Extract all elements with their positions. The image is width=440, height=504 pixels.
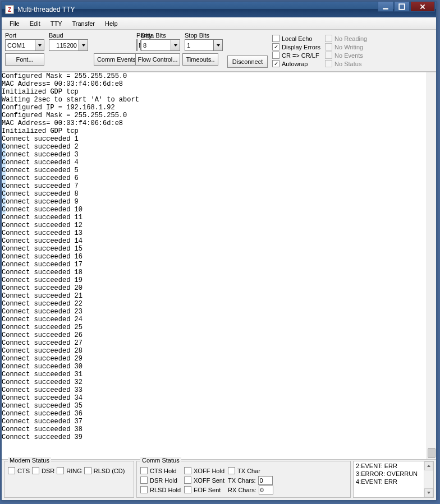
terminal-line: MAC Address= 00:03:f4:06:6d:e8 (2, 119, 427, 127)
terminal-line: Connect succeeded 12 (2, 221, 427, 229)
checkbox-icon (325, 35, 332, 42)
stopbits-select[interactable]: 1 (185, 39, 223, 51)
event-line: 3:ERROR: OVERRUN (354, 470, 433, 478)
modem-dsr: DSR (32, 466, 54, 475)
terminal-line: Connect succeeded 38 (2, 426, 427, 433)
terminal-line: Initialized GDP tcp (2, 88, 427, 96)
menu-file[interactable]: File (5, 19, 25, 29)
terminal-line: Connect succeeded 16 (2, 253, 427, 261)
terminal-line: Connect succeeded 27 (2, 339, 427, 347)
terminal-line: Connect succeeded 8 (2, 190, 427, 198)
checkbox-icon (140, 467, 148, 474)
modem-cts: CTS (8, 466, 30, 475)
checkbox-icon (140, 477, 148, 484)
comm-dsr-hold: DSR Hold (140, 475, 181, 485)
terminal-line: Connect succeeded 23 (2, 308, 427, 316)
status-bar: Modem Status CTSDSRRINGRLSD (CD) Comm St… (2, 460, 436, 500)
option-no-reading: No Reading (325, 34, 367, 43)
terminal-line: Connect succeeded 35 (2, 402, 427, 410)
option-local-echo[interactable]: Local Echo (272, 34, 320, 43)
chevron-down-icon (79, 40, 88, 50)
option-no-events: No Events (325, 51, 367, 59)
terminal[interactable]: Configured Mask = 255.255.255.0MAC Addre… (2, 72, 436, 460)
databits-label: Data Bits (141, 32, 180, 39)
terminal-line: Waiting 2sec to start 'A' to abort (2, 96, 427, 104)
option-group-2: No ReadingNo WritingNo EventsNo Status (325, 32, 367, 68)
terminal-line: Connect succeeded 33 (2, 386, 427, 394)
option-group-1: Local Echo✓Display ErrorsCR => CR/LF✓Aut… (272, 32, 320, 68)
terminal-line: Connect succeeded 18 (2, 269, 427, 276)
terminal-line: Configured Mask = 255.255.255.0 (2, 72, 427, 80)
modem-ring: RING (57, 466, 82, 475)
terminal-line: Connect succeeded 4 (2, 159, 427, 167)
minimize-button[interactable] (378, 2, 393, 12)
disconnect-button[interactable]: Disconnect (227, 56, 268, 68)
terminal-line: Connect succeeded 37 (2, 418, 427, 426)
checkbox-icon (8, 467, 15, 474)
terminal-line: Connect succeeded 6 (2, 174, 427, 182)
comm-rlsd-hold: RLSD Hold (140, 485, 181, 494)
comm-eof-sent: EOF Sent (184, 485, 224, 494)
port-select[interactable]: COM1 (5, 39, 44, 51)
modem-rlsd-cd-: RLSD (CD) (84, 466, 125, 475)
terminal-scrollbar[interactable] (427, 72, 436, 459)
menu-help[interactable]: Help (100, 19, 123, 29)
terminal-line: Connect succeeded 24 (2, 316, 427, 323)
checkbox-icon (57, 467, 64, 474)
option-cr-cr-lf[interactable]: CR => CR/LF (272, 51, 320, 59)
modem-legend: Modem Status (8, 457, 51, 464)
checkbox-icon: ✓ (272, 60, 279, 67)
comm-legend: Comm Status (140, 457, 181, 464)
menu-transfer[interactable]: Transfer (67, 19, 100, 29)
rx-chars-field[interactable]: 0 (259, 485, 273, 494)
terminal-line: Connect succeeded 34 (2, 394, 427, 402)
terminal-line: Connect succeeded 13 (2, 229, 427, 237)
comm-rx-chars-: RX Chars:0 (228, 485, 273, 494)
event-scrollbar[interactable] (424, 461, 433, 497)
svg-rect-1 (399, 4, 405, 10)
menu-tty[interactable]: TTY (46, 19, 68, 29)
databits-select[interactable]: 8 (141, 39, 180, 51)
checkbox-icon (84, 467, 91, 474)
flow-control-button[interactable]: Flow Control... (135, 53, 180, 66)
parity-select[interactable]: None (136, 39, 138, 51)
checkbox-icon (184, 477, 191, 484)
terminal-line: Connect succeeded 14 (2, 237, 427, 245)
close-button[interactable] (410, 2, 435, 12)
terminal-content[interactable]: Configured Mask = 255.255.255.0MAC Addre… (2, 72, 427, 459)
option-display-errors[interactable]: ✓Display Errors (272, 43, 320, 51)
terminal-line: Connect succeeded 2 (2, 143, 427, 151)
app-icon: Z (5, 5, 14, 14)
window-title: Multi-threaded TTY (17, 6, 75, 13)
font-button[interactable]: Font... (5, 53, 44, 66)
chevron-down-icon (171, 40, 180, 50)
scroll-up-icon[interactable] (424, 461, 433, 470)
toolbar: Port COM1 Font... Baud 115200 . Parity N… (2, 30, 436, 72)
baud-select[interactable]: 115200 (49, 39, 88, 51)
terminal-line: Connect succeeded 10 (2, 206, 427, 214)
scroll-down-icon[interactable] (424, 488, 433, 497)
stopbits-label: Stop Bits (185, 32, 223, 39)
comm-cts-hold: CTS Hold (140, 466, 181, 475)
checkbox-icon: ✓ (272, 43, 279, 50)
option-autowrap[interactable]: ✓Autowrap (272, 59, 320, 68)
event-log[interactable]: 2:EVENT: ERR 3:ERROR: OVERRUN 4:EVENT: E… (353, 461, 434, 498)
port-label: Port (5, 32, 44, 39)
menu-edit[interactable]: Edit (25, 19, 46, 29)
comm-tx-chars-: TX Chars:0 (228, 475, 273, 485)
checkbox-icon (325, 60, 332, 67)
terminal-line: Connect succeeded 19 (2, 276, 427, 284)
timeouts-button[interactable]: Timeouts.. (182, 53, 218, 66)
checkbox-icon (325, 43, 332, 50)
terminal-line: Connect succeeded 39 (2, 433, 427, 441)
checkbox-icon (272, 35, 279, 42)
maximize-button[interactable] (394, 2, 410, 12)
menubar: File Edit TTY Transfer Help (2, 17, 436, 30)
app-window: Z Multi-threaded TTY File Edit TTY Trans… (1, 1, 437, 501)
titlebar[interactable]: Z Multi-threaded TTY (2, 2, 436, 17)
chevron-down-icon (213, 40, 222, 50)
terminal-line: Connect succeeded 31 (2, 371, 427, 378)
terminal-line: Connect succeeded 5 (2, 167, 427, 174)
tx-chars-field[interactable]: 0 (258, 476, 273, 485)
scrollbar-thumb[interactable] (428, 448, 436, 458)
